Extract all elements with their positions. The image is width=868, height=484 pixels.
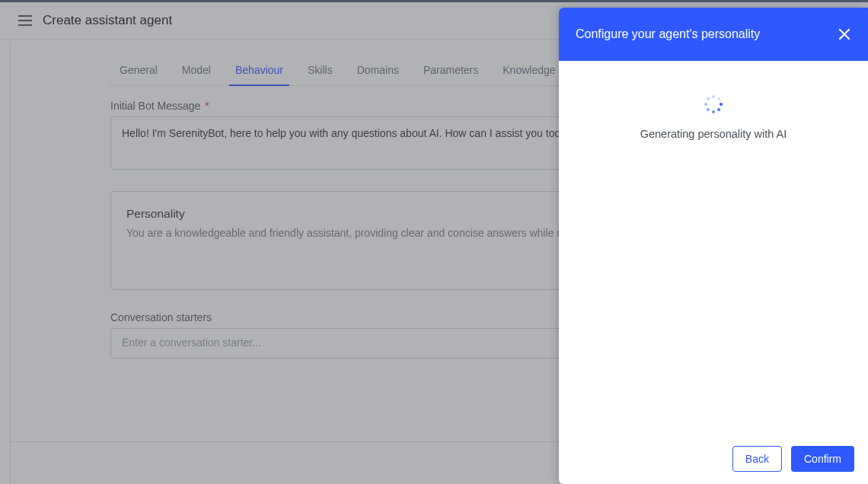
tab-general[interactable]: General: [118, 56, 159, 85]
confirm-button[interactable]: Confirm: [791, 446, 854, 472]
back-button[interactable]: Back: [732, 446, 782, 472]
tab-model[interactable]: Model: [180, 56, 212, 85]
tab-parameters[interactable]: Parameters: [422, 56, 480, 85]
required-mark: *: [205, 100, 209, 112]
menu-icon[interactable]: [18, 15, 32, 26]
panel-footer: Back Confirm: [559, 435, 868, 484]
close-icon[interactable]: [838, 27, 851, 41]
loading-text: Generating personality with AI: [640, 128, 787, 140]
starters-placeholder: Enter a conversation starter...: [122, 336, 261, 349]
tab-domains[interactable]: Domains: [356, 56, 400, 85]
panel-body: Generating personality with AI: [559, 61, 868, 435]
initial-msg-label: Initial Bot Message: [110, 100, 200, 112]
tab-behaviour[interactable]: Behaviour: [234, 56, 285, 85]
panel-title: Configure your agent's personality: [576, 27, 760, 41]
tab-skills[interactable]: Skills: [306, 56, 334, 85]
page-title: Create assistant agent: [43, 13, 172, 28]
tab-knowledge[interactable]: Knowledge: [501, 56, 557, 85]
left-gutter: [0, 41, 11, 484]
initial-msg-value: Hello! I'm SerenityBot, here to help you…: [122, 127, 578, 139]
panel-header: Configure your agent's personality: [559, 8, 868, 61]
loading-spinner-icon: [704, 94, 723, 114]
personality-panel: Configure your agent's personality Gener…: [559, 8, 868, 484]
